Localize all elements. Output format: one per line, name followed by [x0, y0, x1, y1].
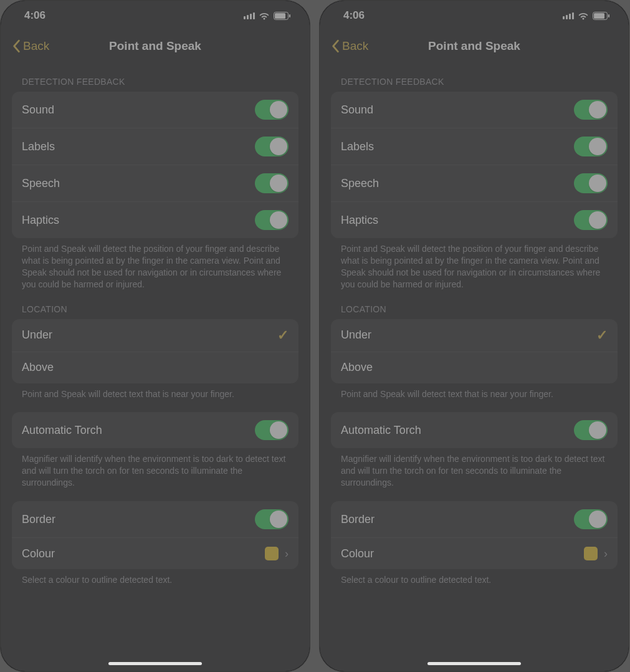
- cellular-icon: [244, 12, 255, 19]
- battery-icon: [593, 12, 610, 20]
- border-footer: Select a colour to outline detected text…: [12, 569, 298, 590]
- row-label: Labels: [341, 140, 374, 153]
- section-header-location: LOCATION: [331, 294, 618, 319]
- row-sound[interactable]: Sound: [12, 92, 298, 128]
- row-label: Labels: [22, 140, 55, 153]
- feedback-footer: Point and Speak will detect the position…: [12, 238, 298, 294]
- location-footer: Point and Speak will detect text that is…: [12, 383, 298, 404]
- speech-toggle[interactable]: [255, 173, 289, 193]
- section-header-feedback: DETECTION FEEDBACK: [331, 67, 618, 92]
- phone-left: 4:06 Back Point and Speak DETECTION FEED…: [0, 0, 310, 672]
- torch-group: Automatic Torch: [331, 412, 618, 448]
- home-indicator[interactable]: [108, 662, 202, 665]
- row-haptics[interactable]: Haptics: [12, 202, 298, 238]
- border-section-highlighted: Border Colour › Select a colour to outli…: [331, 501, 618, 590]
- home-indicator[interactable]: [427, 662, 521, 665]
- content: DETECTION FEEDBACK Sound Labels Speech H…: [1, 67, 310, 605]
- status-bar: 4:06: [1, 1, 310, 27]
- torch-group: Automatic Torch: [12, 412, 298, 448]
- battery-icon: [274, 12, 291, 20]
- chevron-right-icon: ›: [604, 547, 608, 560]
- back-button[interactable]: Back: [331, 39, 368, 53]
- section-header-feedback: DETECTION FEEDBACK: [12, 67, 298, 92]
- row-sound[interactable]: Sound: [331, 92, 618, 128]
- row-speech[interactable]: Speech: [12, 165, 298, 202]
- row-tail: ›: [584, 547, 608, 560]
- row-label: Under: [22, 329, 52, 342]
- labels-toggle[interactable]: [255, 137, 289, 156]
- status-bar: 4:06: [320, 1, 629, 27]
- border-footer: Select a colour to outline detected text…: [331, 569, 618, 590]
- phone-right: 4:06 Back Point and Speak DETECTION FEED…: [319, 0, 629, 672]
- location-footer: Point and Speak will detect text that is…: [331, 383, 618, 404]
- border-group: Border Colour ›: [12, 501, 298, 569]
- row-torch[interactable]: Automatic Torch: [12, 412, 298, 448]
- wifi-icon: [578, 12, 589, 20]
- row-border[interactable]: Border: [12, 501, 298, 538]
- row-label: Sound: [22, 103, 54, 117]
- row-above[interactable]: Above: [12, 352, 298, 383]
- torch-toggle[interactable]: [574, 420, 608, 440]
- row-label: Automatic Torch: [341, 424, 421, 437]
- haptics-toggle[interactable]: [574, 210, 608, 230]
- sound-toggle[interactable]: [255, 100, 289, 120]
- torch-footer: Magnifier will identify when the environ…: [331, 448, 618, 492]
- labels-toggle[interactable]: [574, 137, 608, 156]
- row-label: Above: [341, 361, 373, 374]
- svg-rect-2: [289, 14, 290, 17]
- row-label: Speech: [341, 177, 379, 190]
- back-label: Back: [23, 39, 49, 53]
- chevron-right-icon: ›: [285, 547, 289, 560]
- border-toggle[interactable]: [574, 509, 608, 529]
- section-header-location: LOCATION: [12, 294, 298, 319]
- svg-rect-1: [275, 13, 285, 19]
- row-speech[interactable]: Speech: [331, 165, 618, 202]
- row-above[interactable]: Above: [331, 352, 618, 383]
- chevron-left-icon: [12, 39, 21, 53]
- row-label: Border: [341, 513, 375, 526]
- row-border[interactable]: Border: [331, 501, 618, 538]
- status-time: 4:06: [343, 9, 365, 22]
- nav-bar: Back Point and Speak: [320, 27, 629, 67]
- row-colour[interactable]: Colour ›: [12, 538, 298, 569]
- row-tail: ›: [265, 547, 289, 560]
- chevron-left-icon: [331, 39, 340, 53]
- status-time: 4:06: [24, 9, 45, 22]
- row-label: Colour: [22, 547, 55, 560]
- colour-swatch: [584, 547, 598, 560]
- border-toggle[interactable]: [255, 509, 289, 529]
- torch-toggle[interactable]: [255, 420, 289, 440]
- row-under[interactable]: Under ✓: [331, 319, 618, 352]
- row-haptics[interactable]: Haptics: [331, 202, 618, 238]
- row-labels[interactable]: Labels: [12, 128, 298, 165]
- torch-footer: Magnifier will identify when the environ…: [12, 448, 298, 492]
- row-under[interactable]: Under ✓: [12, 319, 298, 352]
- haptics-toggle[interactable]: [255, 210, 289, 230]
- status-right: [244, 12, 291, 20]
- colour-swatch: [265, 547, 279, 560]
- status-right: [563, 12, 610, 20]
- cellular-icon: [563, 12, 574, 19]
- row-colour[interactable]: Colour ›: [331, 538, 618, 569]
- row-labels[interactable]: Labels: [331, 128, 618, 165]
- sound-toggle[interactable]: [574, 100, 608, 120]
- row-label: Above: [22, 361, 54, 374]
- row-torch[interactable]: Automatic Torch: [331, 412, 618, 448]
- row-label: Colour: [341, 547, 374, 560]
- back-label: Back: [342, 39, 368, 53]
- content: DETECTION FEEDBACK Sound Labels Speech H…: [320, 67, 629, 605]
- wifi-icon: [259, 12, 270, 20]
- back-button[interactable]: Back: [12, 39, 49, 53]
- location-group: Under ✓ Above: [331, 319, 618, 383]
- speech-toggle[interactable]: [574, 173, 608, 193]
- row-label: Haptics: [341, 214, 378, 227]
- row-label: Speech: [22, 177, 60, 190]
- svg-rect-5: [608, 14, 609, 17]
- row-label: Sound: [341, 103, 373, 117]
- nav-bar: Back Point and Speak: [1, 27, 310, 67]
- border-group: Border Colour ›: [331, 501, 618, 569]
- feedback-group: Sound Labels Speech Haptics: [12, 92, 298, 238]
- row-label: Automatic Torch: [22, 424, 102, 437]
- svg-rect-4: [594, 13, 604, 19]
- check-icon: ✓: [277, 327, 289, 343]
